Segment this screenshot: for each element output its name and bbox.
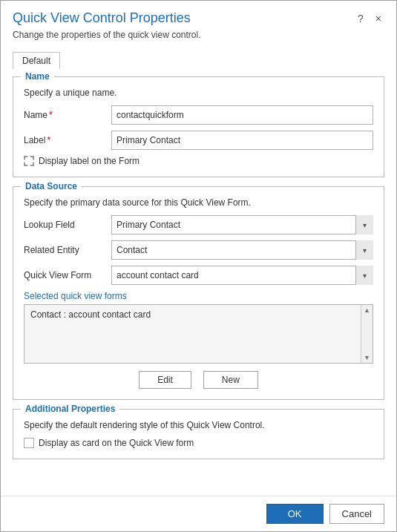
related-label: Related Entity: [24, 245, 105, 255]
dialog-header: Quick View Control Properties Change the…: [1, 1, 396, 46]
label-input[interactable]: [111, 131, 373, 150]
display-label-row: Display label on the Form: [24, 156, 373, 166]
dialog-title-area: Quick View Control Properties Change the…: [13, 10, 355, 40]
display-card-row: Display as card on the Quick View form: [24, 438, 373, 448]
quickview-select[interactable]: account contact card: [111, 266, 373, 285]
display-label-checkbox[interactable]: [24, 156, 34, 166]
datasource-section: Data Source Specify the primary data sou…: [13, 186, 384, 400]
edit-button[interactable]: Edit: [139, 371, 191, 389]
related-select-wrapper: Contact ▾: [111, 240, 373, 260]
related-select[interactable]: Contact: [111, 240, 373, 260]
new-button[interactable]: New: [203, 371, 258, 389]
scroll-down-icon[interactable]: ▼: [364, 354, 370, 361]
selected-forms-scrollbar: ▲ ▼: [361, 305, 373, 363]
related-row: Related Entity Contact ▾: [24, 240, 373, 260]
name-row: Name*: [24, 105, 373, 125]
additional-legend: Additional Properties: [21, 404, 119, 414]
datasource-legend: Data Source: [21, 181, 82, 191]
dialog-controls: ? ×: [355, 11, 384, 26]
quickview-row: Quick View Form account contact card ▾: [24, 266, 373, 285]
label-label: Label*: [24, 135, 105, 145]
scroll-up-icon[interactable]: ▲: [364, 306, 370, 314]
ok-button[interactable]: OK: [266, 504, 324, 524]
additional-section: Additional Properties Specify the defaul…: [13, 409, 384, 459]
quickview-select-wrapper: account contact card ▾: [111, 266, 373, 285]
dialog-footer: OK Cancel: [1, 496, 396, 531]
name-section-desc: Specify a unique name.: [24, 88, 373, 98]
name-required-star: *: [49, 110, 53, 120]
lookup-select[interactable]: Primary Contact: [111, 215, 373, 234]
dialog-title: Quick View Control Properties: [13, 10, 355, 27]
selected-forms-item: Contact : account contact card: [30, 309, 367, 320]
lookup-row: Lookup Field Primary Contact ▾: [24, 215, 373, 234]
dialog-body: Default Name Specify a unique name. Name…: [1, 46, 396, 496]
selected-forms-box: Contact : account contact card ▲ ▼: [24, 304, 373, 364]
name-section-legend: Name: [21, 71, 54, 82]
label-row: Label*: [24, 131, 373, 150]
quickview-label: Quick View Form: [24, 270, 105, 280]
name-section: Name Specify a unique name. Name* Label*…: [13, 76, 384, 177]
edit-new-buttons: Edit New: [24, 371, 373, 389]
dialog-subtitle: Change the properties of the quick view …: [13, 30, 355, 40]
cancel-button[interactable]: Cancel: [329, 504, 384, 524]
name-input[interactable]: [111, 105, 373, 125]
help-button[interactable]: ?: [355, 11, 367, 26]
additional-desc: Specify the default rendering style of t…: [24, 420, 373, 430]
datasource-desc: Specify the primary data source for this…: [24, 197, 373, 208]
lookup-label: Lookup Field: [24, 220, 105, 230]
dialog: Quick View Control Properties Change the…: [0, 0, 397, 532]
lookup-select-wrapper: Primary Contact ▾: [111, 215, 373, 234]
label-required-star: *: [47, 135, 50, 145]
display-label-text: Display label on the Form: [39, 156, 140, 166]
display-card-label: Display as card on the Quick View form: [39, 438, 194, 448]
display-card-checkbox[interactable]: [24, 438, 34, 448]
close-button[interactable]: ×: [373, 11, 384, 26]
name-label: Name*: [24, 110, 105, 120]
tab-bar: Default: [13, 52, 384, 69]
tab-default[interactable]: Default: [13, 52, 60, 69]
selected-forms-label: Selected quick view forms: [24, 291, 373, 301]
